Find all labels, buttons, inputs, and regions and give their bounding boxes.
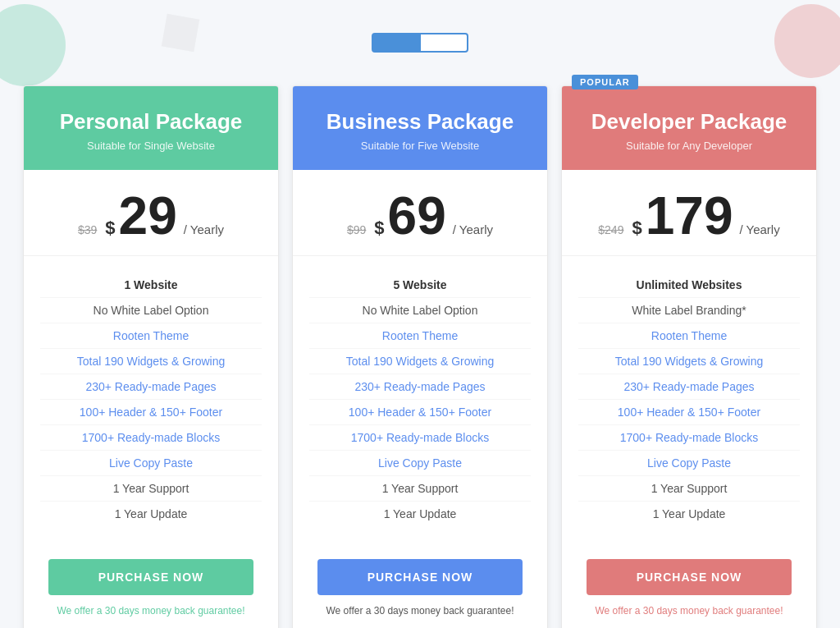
currency-symbol: $ [374,219,384,237]
original-price: $249 [598,223,623,236]
feature-item: 1700+ Ready-made Blocks [309,425,531,451]
feature-item: 100+ Header & 150+ Footer [309,400,531,425]
feature-item: Rooten Theme [40,323,262,349]
price-period: / Yearly [184,222,224,236]
package-subtitle: Suitable for Single Website [40,140,262,152]
feature-item: 230+ Ready-made Pages [40,374,262,400]
feature-item: Live Copy Paste [309,451,531,476]
card-header-business: Business Package Suitable for Five Websi… [293,86,547,170]
price-period: / Yearly [739,222,779,236]
package-subtitle: Suitable for Five Website [309,140,531,152]
original-price: $99 [347,223,366,236]
feature-text: 1 Website [124,278,177,291]
lifetime-toggle-btn[interactable] [420,33,468,53]
yearly-toggle-btn[interactable] [372,33,420,53]
feature-text: Total 190 Widgets & Growing [77,355,226,368]
price-amount: 69 [388,190,446,242]
guarantee-text: We offer a 30 days money back guarantee! [587,605,792,628]
pricing-card-business: Business Package Suitable for Five Websi… [292,85,548,628]
features-section: 1 Website No White Label Option Rooten T… [24,256,278,543]
purchase-section: PURCHASE NOW We offer a 30 days money ba… [293,543,547,628]
guarantee-text: We offer a 30 days money back guarantee! [317,605,523,628]
feature-text: 1700+ Ready-made Blocks [620,431,759,444]
feature-text: 1 Year Support [651,482,728,495]
feature-text: 5 Website [393,278,446,291]
purchase-button-personal[interactable]: PURCHASE NOW [48,559,253,595]
feature-text: 1 Year Update [115,507,188,520]
price-row: $99 $ 69 / Yearly [309,190,531,242]
feature-text: 230+ Ready-made Pages [623,380,754,393]
pricing-page: Personal Package Suitable for Single Web… [0,16,840,628]
feature-text: White Label Branding* [632,304,746,317]
feature-text: Rooten Theme [382,329,458,342]
card-header-developer: Developer Package Suitable for Any Devel… [562,86,816,170]
pricing-section: $249 $ 179 / Yearly [562,170,816,256]
feature-item: No White Label Option [40,298,262,323]
feature-text: Rooten Theme [113,329,189,342]
purchase-button-business[interactable]: PURCHASE NOW [317,559,523,595]
purchase-section: PURCHASE NOW We offer a 30 days money ba… [562,543,816,628]
feature-text: 1 Year Update [384,507,457,520]
package-subtitle: Suitable for Any Developer [578,140,800,152]
feature-item: White Label Branding* [578,298,800,323]
pricing-section: $99 $ 69 / Yearly [293,170,547,256]
pricing-card-personal: Personal Package Suitable for Single Web… [23,85,279,628]
feature-item: Rooten Theme [309,323,531,349]
feature-text: 100+ Header & 150+ Footer [80,406,222,419]
package-name: Business Package [309,109,531,135]
feature-item: Rooten Theme [578,323,800,349]
feature-text: Total 190 Widgets & Growing [615,355,764,368]
feature-text: Live Copy Paste [109,456,193,470]
billing-toggle [16,33,824,53]
feature-item: 1 Year Support [40,476,262,502]
feature-item: 1 Year Update [40,502,262,526]
feature-item: 100+ Header & 150+ Footer [40,400,262,425]
feature-item: Total 190 Widgets & Growing [309,349,531,374]
feature-text: 230+ Ready-made Pages [85,380,216,393]
currency-symbol: $ [632,219,641,237]
feature-text: 1700+ Ready-made Blocks [82,431,221,444]
feature-item: 1 Year Support [578,476,800,502]
feature-text: Live Copy Paste [647,456,731,470]
popular-badge: POPULAR [572,75,638,89]
feature-text: 230+ Ready-made Pages [354,380,485,393]
price-amount: 29 [119,190,177,242]
feature-item: 1 Year Update [309,502,531,526]
currency-symbol: $ [105,219,115,237]
features-section: 5 Website No White Label Option Rooten T… [293,256,547,543]
feature-text: 100+ Header & 150+ Footer [349,406,491,419]
feature-text: Rooten Theme [651,329,727,342]
feature-item: Live Copy Paste [578,451,800,476]
feature-text: Total 190 Widgets & Growing [346,355,495,368]
feature-text: 1700+ Ready-made Blocks [351,431,490,444]
package-name: Personal Package [40,109,262,135]
feature-text: No White Label Option [363,304,478,317]
pricing-cards: Personal Package Suitable for Single Web… [16,85,824,628]
feature-text: 1 Year Update [653,507,726,520]
feature-item: 1700+ Ready-made Blocks [40,425,262,451]
package-name: Developer Package [578,109,800,135]
purchase-button-developer[interactable]: PURCHASE NOW [587,559,792,595]
price-period: / Yearly [453,222,493,236]
feature-text: 1 Year Support [382,482,459,495]
feature-text: Unlimited Websites [637,278,742,291]
feature-item: Unlimited Websites [578,273,800,298]
price-amount: 179 [646,190,733,242]
feature-item: Live Copy Paste [40,451,262,476]
original-price: $39 [78,223,97,236]
price-row: $249 $ 179 / Yearly [578,190,800,242]
feature-item: Total 190 Widgets & Growing [578,349,800,374]
feature-item: 5 Website [309,273,531,298]
feature-item: 100+ Header & 150+ Footer [578,400,800,425]
feature-item: No White Label Option [309,298,531,323]
pricing-card-developer: POPULAR Developer Package Suitable for A… [561,85,817,628]
price-row: $39 $ 29 / Yearly [40,190,262,242]
feature-text: Live Copy Paste [378,456,462,470]
feature-text: No White Label Option [94,304,209,317]
feature-item: 1 Website [40,273,262,298]
feature-item: 230+ Ready-made Pages [578,374,800,400]
guarantee-text: We offer a 30 days money back guarantee! [48,605,253,628]
feature-text: 1 Year Support [113,482,189,495]
feature-item: 1700+ Ready-made Blocks [578,425,800,451]
feature-item: 230+ Ready-made Pages [309,374,531,400]
